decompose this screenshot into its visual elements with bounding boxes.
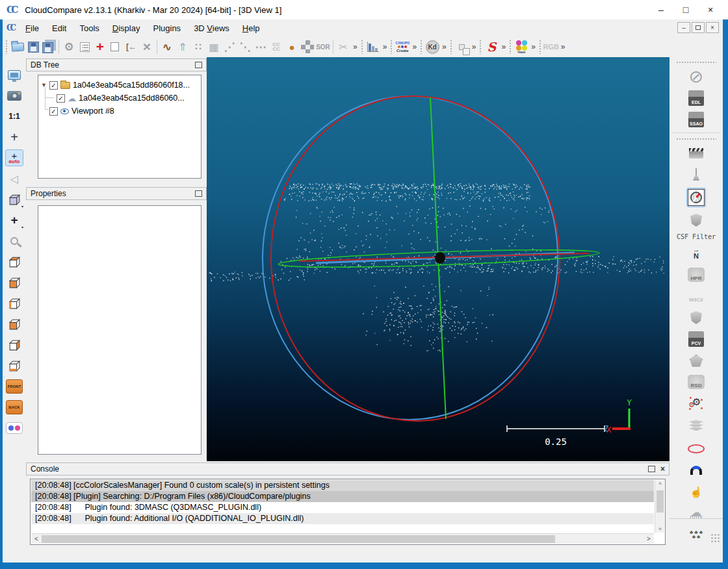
overflow-chevron-button[interactable]: » — [351, 42, 359, 51]
set-bottom-view-button[interactable] — [5, 357, 23, 374]
console-close-button[interactable]: × — [660, 464, 665, 474]
disable-filters-button[interactable]: ⊘ — [687, 68, 705, 85]
set-back-view-button[interactable] — [5, 316, 23, 333]
set-front-view-button[interactable] — [5, 274, 23, 291]
console-horizontal-scrollbar[interactable]: < > — [31, 533, 654, 544]
open-file-button[interactable] — [10, 39, 25, 55]
overflow-chevron-button[interactable]: » — [559, 42, 567, 51]
manual-classification-button[interactable]: ☝ — [687, 483, 705, 500]
minimize-button[interactable]: – — [649, 0, 673, 19]
console-vertical-scrollbar[interactable]: ˄ ˅ — [655, 480, 664, 533]
overflow-chevron-button[interactable]: » — [529, 42, 538, 51]
rsd-plugin-button[interactable]: RSD — [687, 373, 705, 390]
tree-item-cloud[interactable]: ✓☁1a04e3eab45ca15dd86060... — [57, 92, 185, 105]
subsample-button[interactable]: ▦ — [206, 39, 222, 55]
kd-tree-button[interactable]: Kd — [424, 39, 440, 55]
treeiso-button[interactable]: ♣ ♣ ♣♣ ♣ — [687, 526, 705, 543]
back-iso-view-button[interactable]: BACK — [5, 399, 23, 416]
mdi-close-button[interactable]: × — [706, 22, 719, 33]
save-button[interactable] — [25, 39, 41, 55]
scatter-tool-1-button[interactable]: ⋰ — [222, 39, 237, 55]
db-tree-float-button[interactable] — [195, 62, 202, 68]
train-classifier-button[interactable]: TRAIN — [514, 39, 529, 55]
visibility-checkbox[interactable]: ✓ — [49, 107, 58, 116]
apply-transformation-button[interactable]: ⚙ — [61, 39, 77, 55]
overflow-chevron-button[interactable]: » — [410, 42, 419, 51]
refresh-display-button[interactable] — [5, 66, 23, 83]
perspective-view-button[interactable]: ▾ — [5, 191, 23, 208]
menu-file[interactable]: File — [19, 21, 46, 36]
normals-plugin-button[interactable]: →N — [687, 245, 705, 262]
circle-detect-button[interactable] — [687, 440, 705, 457]
noise-filter-button[interactable]: ∷ — [190, 39, 206, 55]
overflow-chevron-button[interactable]: » — [440, 42, 448, 51]
visibility-checkbox[interactable]: ✓ — [49, 81, 58, 90]
edl-filter-button[interactable]: EDL — [687, 90, 705, 107]
segment-tool-button[interactable]: ∿ — [159, 39, 175, 55]
pcv-plugin-button[interactable]: PCV — [687, 331, 705, 348]
vertical-scroll-thumb[interactable] — [656, 490, 664, 512]
maximize-button[interactable]: □ — [673, 0, 698, 19]
console-log[interactable]: [20:08:48] [ccColorScalesManager] Found … — [30, 479, 666, 545]
expander-icon[interactable]: ▼ — [41, 82, 47, 88]
visibility-checkbox[interactable]: ✓ — [57, 94, 65, 103]
overflow-chevron-button[interactable]: » — [470, 42, 478, 51]
set-right-view-button[interactable] — [5, 336, 23, 353]
overflow-chevron-button[interactable]: » — [381, 42, 389, 51]
spline-scurve-button[interactable]: S — [484, 39, 499, 55]
set-left-view-button[interactable] — [5, 295, 23, 312]
point-picking-button[interactable]: + — [92, 39, 108, 55]
scroll-down-arrow[interactable]: ˅ — [655, 526, 665, 532]
menu-plugins[interactable]: Plugins — [146, 21, 187, 36]
pick-rotation-center-button[interactable]: + — [5, 129, 23, 145]
histogram-button[interactable] — [365, 39, 381, 55]
scissors-button[interactable]: ✂ — [335, 39, 351, 55]
zoom-magnifier-button[interactable] — [5, 233, 23, 249]
ssao-filter-button[interactable]: SSAO — [687, 111, 705, 128]
overflow-chevron-button[interactable]: » — [499, 42, 508, 51]
horizontal-scroll-thumb[interactable] — [42, 535, 555, 543]
pan-mode-button[interactable]: +▾ — [5, 212, 23, 229]
cloud-cloud-compare-button[interactable]: CCCC — [268, 39, 284, 55]
clone-button[interactable] — [108, 39, 124, 55]
compass-plugin-button[interactable] — [686, 188, 706, 207]
mdi-minimize-button[interactable]: – — [677, 22, 690, 33]
resize-grip[interactable] — [711, 534, 720, 543]
mdi-restore-button[interactable] — [692, 22, 705, 33]
tree-item-group[interactable]: ▼✓1a04e3eab45ca15dd86060f18... — [41, 79, 190, 92]
clean-broom-button[interactable] — [687, 166, 705, 183]
3d-viewport[interactable]: 0.25YZX — [207, 57, 670, 461]
cloudlayers-button[interactable]: ☁ — [687, 505, 705, 522]
menu-display[interactable]: Display — [106, 21, 147, 36]
scroll-right-arrow[interactable]: > — [644, 535, 654, 542]
screenshot-button[interactable] — [5, 87, 23, 104]
shield-plugin-button[interactable] — [687, 212, 705, 229]
properties-float-button[interactable] — [195, 190, 202, 197]
scatter-tool-3-button[interactable]: ⋯ — [253, 39, 268, 55]
pivot-visibility-button[interactable]: ◁ — [5, 170, 23, 187]
hpr-plugin-button[interactable]: HPR — [687, 266, 705, 283]
properties-list-button[interactable] — [77, 39, 92, 55]
stereo-mode-button[interactable] — [5, 420, 23, 436]
gears-plugin-button[interactable]: ⚙⚙ — [687, 395, 705, 412]
menu-help[interactable]: Help — [236, 21, 266, 36]
scatter-tool-2-button[interactable]: ⋱ — [237, 39, 253, 55]
checker-pattern-button[interactable] — [300, 39, 315, 55]
m3c2-plugin-button[interactable]: M3C2 — [687, 288, 705, 305]
front-iso-view-button[interactable]: FRONT — [5, 378, 23, 395]
layers-plugin-button[interactable] — [687, 416, 705, 436]
facets-plugin-button[interactable] — [687, 352, 705, 369]
shield2-plugin-button[interactable] — [687, 309, 705, 326]
delete-button[interactable]: × — [139, 39, 155, 55]
vr-helmet-button[interactable] — [687, 462, 705, 479]
zoom-1-1-button[interactable]: 1:1 — [5, 108, 23, 125]
tree-item-viewport[interactable]: ✓Viewport #8 — [41, 105, 114, 118]
rgb-button[interactable]: RGB — [543, 39, 559, 55]
auto-pick-center-button[interactable]: +auto — [5, 149, 23, 166]
save-all-button[interactable] — [41, 39, 57, 55]
close-button[interactable]: × — [698, 0, 723, 19]
scroll-up-arrow[interactable]: ˄ — [655, 481, 665, 487]
menu-tools[interactable]: Tools — [73, 21, 105, 36]
menu-edit[interactable]: Edit — [46, 21, 73, 36]
animation-plugin-button[interactable] — [687, 145, 705, 162]
